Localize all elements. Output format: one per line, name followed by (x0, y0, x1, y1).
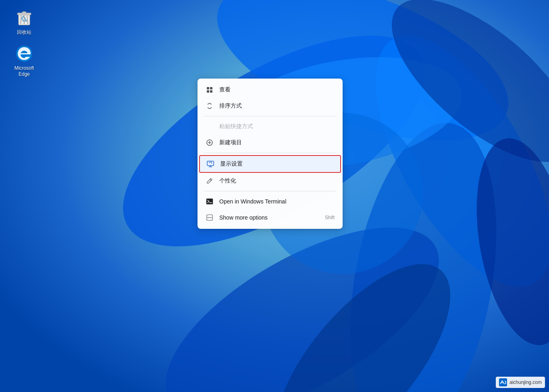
svg-point-9 (462, 131, 549, 353)
divider-2 (204, 153, 336, 153)
svg-rect-21 (210, 90, 212, 93)
menu-item-terminal[interactable]: Open in Windows Terminal (198, 193, 343, 209)
display-settings-label: 显示设置 (220, 160, 334, 168)
more-options-icon (206, 214, 214, 222)
menu-item-paste-shortcut: 粘贴快捷方式 (198, 118, 343, 135)
svg-rect-19 (210, 87, 212, 89)
personalize-label: 个性化 (219, 177, 335, 185)
menu-item-view[interactable]: 查看 (198, 82, 343, 98)
edge-image (15, 44, 34, 63)
paste-icon (206, 122, 214, 131)
svg-point-10 (245, 236, 481, 392)
edge-label: MicrosoftEdge (15, 65, 34, 78)
open-terminal-label: Open in Windows Terminal (219, 198, 335, 205)
svg-rect-18 (207, 87, 209, 89)
desktop: 回收站 MicrosoftEdge (0, 0, 549, 392)
menu-item-display-settings[interactable]: 显示设置 (199, 155, 341, 173)
new-item-label: 新建项目 (219, 139, 335, 146)
svg-rect-13 (22, 12, 26, 13)
svg-point-4 (328, 112, 519, 392)
plus-circle-icon (206, 139, 214, 147)
menu-item-new[interactable]: 新建项目 (198, 135, 343, 151)
svg-rect-20 (207, 90, 209, 93)
recycle-bin-icon[interactable]: 回收站 (8, 8, 40, 36)
sort-icon (206, 102, 214, 110)
show-more-shortcut: Shift (325, 215, 335, 220)
terminal-icon (206, 197, 214, 205)
pencil-icon (206, 177, 214, 185)
grid-icon (206, 86, 214, 94)
watermark: aichunjing.com (496, 377, 545, 388)
paste-shortcut-label: 粘贴快捷方式 (219, 123, 335, 130)
menu-item-show-more[interactable]: Show more options Shift (198, 209, 343, 226)
watermark-label: aichunjing.com (509, 380, 542, 385)
view-label: 查看 (219, 86, 335, 93)
desktop-icons-container: 回收站 MicrosoftEdge (8, 8, 40, 78)
show-more-label: Show more options (219, 214, 319, 221)
menu-item-personalize[interactable]: 个性化 (198, 173, 343, 189)
divider-3 (204, 191, 336, 191)
svg-line-28 (210, 179, 211, 180)
recycle-bin-label: 回收站 (17, 29, 31, 36)
svg-point-8 (366, 0, 549, 190)
context-menu: 查看 排序方式 粘贴快捷方式 (198, 79, 343, 229)
display-icon (206, 160, 214, 168)
svg-rect-29 (206, 199, 213, 204)
divider-1 (204, 116, 336, 116)
microsoft-edge-icon[interactable]: MicrosoftEdge (8, 44, 40, 78)
sort-label: 排序方式 (219, 102, 335, 110)
menu-item-sort[interactable]: 排序方式 (198, 98, 343, 114)
aichunjing-icon (499, 378, 507, 386)
svg-point-3 (341, 9, 549, 313)
recycle-bin-image (15, 8, 34, 27)
